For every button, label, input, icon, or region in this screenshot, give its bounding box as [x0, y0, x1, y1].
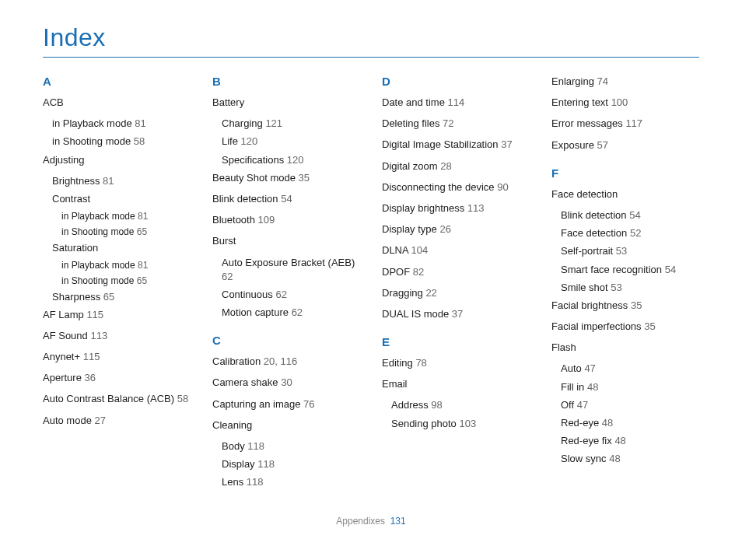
index-entry: Anynet+ 115 [43, 350, 191, 364]
entry-label: Red-eye fix [561, 435, 612, 446]
entry-label: Disconnecting the device [382, 181, 495, 193]
index-subentry: Blink detection 54 [561, 208, 699, 222]
index-entry: Entering text 100 [551, 96, 699, 110]
index-subentry: Face detection 52 [561, 226, 699, 240]
entry-label: Off [561, 399, 574, 411]
index-subentry: in Shooting mode 58 [52, 135, 191, 149]
entry-label: Specifications [222, 154, 284, 166]
index-entry: Display type 26 [382, 222, 530, 236]
entry-page: 118 [247, 440, 264, 452]
entry-page: 52 [630, 227, 641, 239]
index-letter: D [382, 75, 530, 88]
entry-page: 20, 116 [264, 355, 297, 367]
entry-label: in Shooting mode [52, 135, 131, 147]
entry-label: in Shooting mode [61, 226, 134, 237]
index-subentry: Red-eye fix 48 [561, 434, 699, 448]
index-entry: Facial imperfections 35 [551, 320, 699, 334]
entry-page: 100 [611, 96, 628, 108]
index-entry: Email [382, 377, 530, 391]
entry-label: Slow sync [561, 453, 607, 464]
entry-label: DPOF [382, 266, 410, 278]
entry-page: 47 [584, 362, 595, 374]
entry-label: DLNA [382, 244, 408, 256]
index-entry: Calibration 20, 116 [212, 355, 360, 369]
index-letter: F [551, 166, 699, 180]
entry-page: 37 [452, 308, 463, 320]
index-letter: E [382, 335, 530, 348]
entry-label: Body [222, 440, 245, 452]
index-entry: Auto Contrast Balance (ACB) 58 [43, 392, 191, 406]
index-subentry: Display 118 [222, 457, 360, 471]
index-entry: Burst [212, 234, 360, 248]
entry-label: DUAL IS mode [382, 308, 449, 320]
index-letter: B [212, 75, 360, 88]
entry-label: AF Lamp [43, 309, 84, 320]
entry-label: ACB [43, 96, 64, 108]
entry-page: 114 [448, 96, 465, 108]
entry-page: 120 [241, 135, 258, 147]
entry-label: Red-eye [561, 417, 599, 429]
entry-page: 30 [281, 376, 292, 388]
index-entry: DPOF 82 [382, 265, 530, 279]
entry-page: 90 [497, 181, 508, 193]
entry-page: 57 [597, 139, 608, 151]
index-subentry: Charging 121 [222, 117, 360, 131]
index-subentry: Self-portrait 53 [561, 244, 699, 258]
entry-page: 37 [501, 138, 512, 150]
index-subsubentry: in Shooting mode 65 [61, 275, 191, 288]
index-entry: Battery [212, 96, 360, 110]
entry-label: Sharpness [52, 291, 100, 303]
index-entry: Enlarging 74 [551, 75, 699, 89]
entry-label: Sending photo [391, 418, 457, 429]
index-entry: Camera shake 30 [212, 376, 360, 390]
entry-page: 53 [616, 245, 627, 257]
entry-label: in Playback mode [52, 117, 132, 129]
entry-label: Lens [222, 476, 243, 488]
entry-label: Bluetooth [212, 214, 255, 226]
index-subentry: Sending photo 103 [391, 417, 530, 431]
entry-label: Blink detection [212, 193, 278, 205]
index-subentry: Sharpness 65 [52, 290, 191, 304]
entry-page: 65 [137, 275, 147, 286]
entry-label: Life [222, 135, 238, 147]
entry-label: Date and time [382, 96, 445, 108]
entry-label: Face detection [551, 188, 618, 200]
entry-page: 72 [443, 117, 453, 129]
index-entry: Face detection [551, 187, 699, 201]
entry-page: 65 [137, 226, 147, 237]
entry-label: Address [391, 399, 429, 411]
entry-page: 117 [625, 117, 642, 129]
entry-page: 47 [577, 399, 588, 411]
entry-label: Display [222, 458, 255, 470]
index-entry: Error messages 117 [551, 117, 699, 131]
entry-label: Self-portrait [561, 245, 613, 257]
index-entry: AF Lamp 115 [43, 308, 191, 322]
entry-page: 65 [103, 291, 114, 303]
entry-page: 48 [609, 453, 620, 464]
index-entry: Exposure 57 [551, 138, 699, 152]
entry-label: Fill in [561, 381, 584, 393]
index-entry: Disconnecting the device 90 [382, 180, 530, 194]
entry-page: 48 [602, 417, 613, 429]
entry-label: Face detection [561, 227, 627, 239]
index-entry: Display brightness 113 [382, 201, 530, 215]
entry-label: Continuous [222, 289, 273, 300]
entry-page: 54 [281, 193, 292, 205]
entry-page: 58 [177, 393, 188, 404]
entry-label: Charging [222, 117, 263, 129]
entry-page: 74 [597, 75, 608, 87]
index-subentry: Body 118 [222, 439, 360, 453]
entry-label: Auto mode [43, 415, 92, 426]
index-entry: Blink detection 54 [212, 192, 360, 206]
entry-label: Burst [212, 235, 236, 247]
entry-page: 62 [292, 306, 303, 318]
entry-label: Smile shot [561, 282, 608, 293]
index-subentry: Motion capture 62 [222, 306, 360, 320]
page-footer: Appendixes 131 [43, 516, 699, 527]
entry-page: 48 [587, 381, 598, 393]
entry-label: Digital zoom [382, 160, 438, 172]
entry-page: 109 [258, 214, 275, 226]
entry-label: Brightness [52, 175, 100, 187]
entry-label: Entering text [551, 96, 608, 108]
entry-page: 62 [222, 271, 233, 282]
